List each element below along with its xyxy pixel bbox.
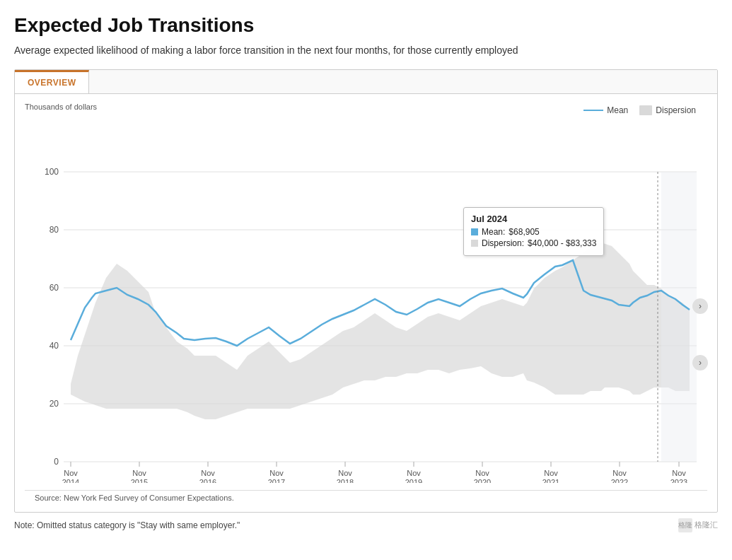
subtitle: Average expected likelihood of making a … xyxy=(14,44,718,58)
bottom-area: Note: Omitted status category is "Stay w… xyxy=(14,518,718,532)
bottom-note-text: Note: Omitted status category is "Stay w… xyxy=(14,520,240,530)
chart-container: OVERVIEW Thousands of dollars Mean Dispe… xyxy=(14,69,718,513)
svg-text:2017: 2017 xyxy=(268,478,285,483)
svg-text:Nov: Nov xyxy=(338,469,352,477)
svg-text:Nov: Nov xyxy=(407,469,421,477)
svg-text:Nov: Nov xyxy=(64,469,78,477)
main-chart-svg: 100 80 60 40 20 0 xyxy=(25,115,714,483)
svg-rect-13 xyxy=(661,172,697,462)
svg-wrapper: 100 80 60 40 20 0 xyxy=(25,115,707,486)
legend-dispersion-label: Dispersion xyxy=(656,105,696,115)
svg-text:2023: 2023 xyxy=(670,478,687,483)
chart-legend: Mean Dispersion xyxy=(583,105,696,115)
svg-text:2015: 2015 xyxy=(131,478,148,483)
svg-text:80: 80 xyxy=(50,225,59,235)
svg-text:2016: 2016 xyxy=(199,478,216,483)
svg-text:2014: 2014 xyxy=(62,478,79,483)
svg-text:Nov: Nov xyxy=(475,469,489,477)
svg-text:2019: 2019 xyxy=(405,478,422,483)
tab-bar: OVERVIEW xyxy=(15,70,717,94)
svg-text:20: 20 xyxy=(50,399,59,409)
watermark-text: 格隆汇 xyxy=(695,520,718,530)
svg-text:Nov: Nov xyxy=(132,469,146,477)
svg-text:›: › xyxy=(699,358,702,368)
tab-overview[interactable]: OVERVIEW xyxy=(15,70,89,93)
svg-text:2021: 2021 xyxy=(542,478,559,483)
svg-text:40: 40 xyxy=(50,341,59,351)
watermark: 格隆 格隆汇 xyxy=(678,518,718,532)
svg-text:Nov: Nov xyxy=(612,469,627,477)
svg-text:100: 100 xyxy=(45,167,59,177)
legend-dispersion-box xyxy=(639,105,652,115)
svg-text:Nov: Nov xyxy=(201,469,215,477)
svg-text:0: 0 xyxy=(54,457,59,467)
svg-text:Nov: Nov xyxy=(544,469,558,477)
svg-text:2018: 2018 xyxy=(337,478,354,483)
svg-text:Nov: Nov xyxy=(672,469,686,477)
legend-mean-label: Mean xyxy=(607,105,628,115)
legend-mean: Mean xyxy=(583,105,628,115)
svg-text:Nov: Nov xyxy=(269,469,284,477)
legend-mean-line xyxy=(583,110,603,111)
svg-text:›: › xyxy=(699,301,702,311)
svg-text:60: 60 xyxy=(50,283,59,293)
svg-marker-12 xyxy=(71,243,690,419)
source-note: Source: New York Fed Survey of Consumer … xyxy=(25,490,707,505)
watermark-icon: 格隆 xyxy=(678,518,692,532)
svg-text:2020: 2020 xyxy=(474,478,491,483)
legend-dispersion: Dispersion xyxy=(639,105,696,115)
chart-area: Thousands of dollars Mean Dispersion xyxy=(15,94,717,512)
page-title: Expected Job Transitions xyxy=(14,14,718,37)
svg-text:2022: 2022 xyxy=(611,478,628,483)
